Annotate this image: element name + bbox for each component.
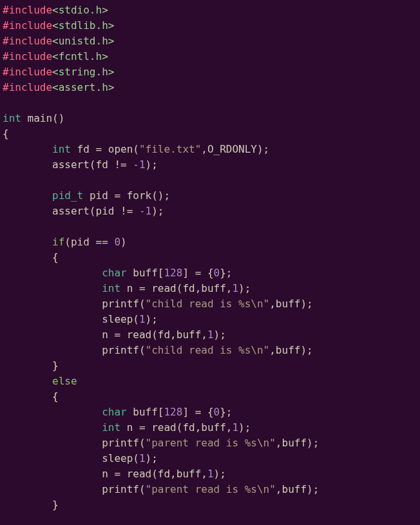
code-token: [3, 390, 52, 403]
code-token: (: [64, 236, 71, 248]
code-token: 1: [139, 452, 146, 464]
code-token: [3, 421, 102, 434]
code-token: [3, 313, 102, 325]
code-token: pid_t: [52, 189, 83, 202]
code-token: buff: [177, 468, 202, 480]
code-token: 0: [214, 267, 220, 279]
code-token: [3, 359, 52, 372]
code-token: [127, 267, 133, 279]
code-line: #include<stdio.h>: [3, 3, 417, 18]
code-token: [3, 483, 102, 495]
code-token: (: [139, 483, 146, 495]
code-token: read: [151, 421, 177, 434]
code-token: );: [214, 468, 226, 480]
code-token: [3, 329, 102, 341]
code-token: (: [133, 313, 139, 325]
code-token: [3, 251, 52, 263]
code-line: sleep(1);: [3, 312, 417, 327]
code-token: );: [214, 329, 226, 341]
code-token: [3, 437, 102, 449]
code-token: ();: [151, 189, 170, 202]
code-token: ,: [201, 468, 207, 480]
code-token: !=: [114, 205, 139, 217]
code-token: }: [52, 359, 59, 372]
code-token: O_RDONLY: [207, 143, 257, 155]
code-token: char: [102, 267, 127, 279]
code-token: <assert.h>: [52, 81, 114, 93]
code-token: =: [108, 329, 127, 341]
code-line: [3, 513, 417, 525]
code-token: [21, 112, 28, 124]
code-token: [83, 189, 90, 202]
code-token: fd: [77, 143, 90, 155]
code-token: {: [52, 251, 59, 263]
code-token: open: [108, 143, 133, 155]
code-token: if: [52, 236, 64, 248]
code-token: =: [133, 282, 151, 294]
code-token: assert: [52, 158, 90, 171]
code-token: [3, 406, 102, 418]
code-block: #include<stdio.h>#include<stdlib.h>#incl…: [0, 0, 420, 525]
code-token: fd: [158, 329, 170, 341]
code-token: 128: [164, 406, 182, 418]
code-line: #include<assert.h>: [3, 80, 417, 95]
code-token: #include: [3, 35, 52, 47]
code-token: );: [300, 344, 312, 356]
code-line: assert(pid != -1);: [3, 204, 417, 219]
code-token: [3, 143, 52, 155]
code-token: );: [146, 313, 158, 325]
code-token: ] = {: [182, 406, 213, 418]
code-token: }: [52, 499, 59, 511]
code-token: [3, 499, 52, 511]
code-token: char: [102, 406, 127, 418]
code-token: buff: [282, 483, 307, 495]
code-token: printf: [102, 437, 139, 449]
code-token: [3, 282, 102, 294]
code-line: int fd = open("file.txt",O_RDONLY);: [3, 142, 417, 157]
code-token: ,: [269, 298, 276, 310]
code-token: buff: [282, 437, 307, 449]
code-token: <unistd.h>: [52, 35, 114, 47]
code-line: [3, 219, 417, 234]
code-token: =: [90, 143, 108, 155]
code-token: assert: [52, 205, 90, 217]
code-line: printf("parent read is %s\n",buff);: [3, 482, 417, 497]
code-token: else: [52, 375, 77, 387]
code-token: buff: [133, 406, 158, 418]
code-token: ,: [269, 344, 276, 356]
code-token: [71, 143, 77, 155]
code-line: #include<fcntl.h>: [3, 49, 417, 64]
code-token: fork: [127, 189, 152, 202]
code-token: "child read is %s\n": [146, 298, 270, 310]
code-line: assert(fd != -1);: [3, 157, 417, 173]
code-token: buff: [276, 344, 301, 356]
code-token: 1: [207, 468, 214, 480]
code-token: (: [139, 344, 146, 356]
code-line: {: [3, 126, 417, 142]
code-token: printf: [102, 298, 139, 310]
code-token: sleep: [102, 452, 133, 464]
code-line: printf("parent read is %s\n",buff);: [3, 435, 417, 451]
code-token: (): [52, 112, 64, 124]
code-line: n = read(fd,buff,1);: [3, 466, 417, 482]
code-token: n: [127, 421, 133, 434]
code-token: "file.txt": [139, 143, 201, 155]
code-token: int: [3, 112, 21, 124]
code-token: -1: [133, 158, 145, 171]
code-token: 0: [214, 406, 220, 418]
code-token: );: [238, 282, 251, 294]
code-token: main: [28, 112, 53, 124]
code-token: pid: [96, 205, 115, 217]
code-token: [120, 421, 127, 434]
code-line: if(pid == 0): [3, 234, 417, 250]
code-token: (: [133, 452, 139, 464]
code-token: [3, 236, 52, 248]
code-token: };: [220, 267, 232, 279]
code-token: <string.h>: [52, 66, 114, 78]
code-token: [120, 282, 127, 294]
code-token: );: [257, 143, 269, 155]
code-line: int main(): [3, 111, 417, 126]
code-token: );: [146, 158, 158, 171]
code-line: [3, 95, 417, 111]
code-token: printf: [102, 483, 139, 495]
